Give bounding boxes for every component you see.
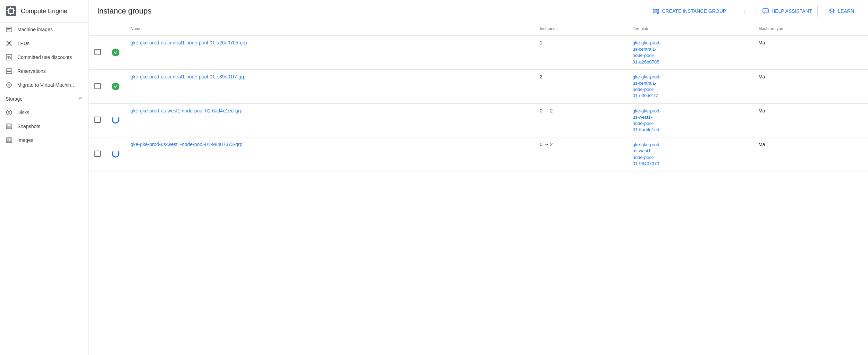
row1-template-link[interactable]: gke-gke-prod-us-central1-node-pool-01-a2… [633, 40, 747, 65]
table-row: gke-gke-prod-us-west1-node-pool-01-6ad4e… [89, 103, 868, 137]
col-status [106, 22, 125, 36]
row1-checkbox[interactable] [94, 49, 101, 55]
row4-template-cell: gke-gke-prod-us-west1-node-pool-01-98407… [627, 137, 753, 171]
table-row: gke-gke-prod-us-central1-node-pool-01-e3… [89, 69, 868, 103]
row3-machine-type-cell: Ma [753, 103, 868, 137]
sidebar-item-disks[interactable]: Disks [0, 105, 89, 119]
storage-section-header[interactable]: Storage [0, 92, 89, 105]
row3-name-cell: gke-gke-prod-us-west1-node-pool-01-6ad4e… [125, 103, 534, 137]
svg-text:%: % [7, 55, 11, 60]
sidebar-item-committed-use-discounts-label: Committed use discounts [17, 54, 72, 60]
storage-section-label: Storage [6, 96, 23, 102]
row3-instances-cell: 0 → 2 [534, 103, 627, 137]
row1-template-cell: gke-gke-prod-us-central1-node-pool-01-a2… [627, 36, 753, 70]
tpus-icon [6, 40, 12, 47]
row1-instances-count: 1 [540, 40, 542, 45]
row3-machine-type: Ma [758, 108, 765, 113]
row4-instances-count: 0 → 2 [540, 142, 553, 147]
learn-label: LEARN [838, 8, 854, 14]
disks-icon [6, 109, 12, 116]
table-row: gke-gke-prod-us-central1-node-pool-01-a2… [89, 36, 868, 70]
help-assistant-icon [762, 8, 769, 14]
sidebar-item-snapshots[interactable]: Snapshots [0, 119, 89, 133]
svg-rect-18 [9, 71, 11, 72]
row1-name-link[interactable]: gke-gke-prod-us-central1-node-pool-01-a2… [130, 40, 247, 45]
row4-checkbox[interactable] [94, 151, 101, 157]
sidebar-item-committed-use-discounts[interactable]: % Committed use discounts [0, 50, 89, 64]
row2-name-cell: gke-gke-prod-us-central1-node-pool-01-e3… [125, 69, 534, 103]
svg-rect-8 [7, 28, 11, 29]
row4-checkbox-cell [89, 137, 106, 171]
svg-point-34 [654, 10, 655, 11]
sidebar-item-migrate[interactable]: Migrate to Virtual Machin… [0, 78, 89, 92]
svg-rect-4 [14, 10, 15, 11]
svg-rect-41 [763, 9, 768, 13]
sidebar-item-migrate-label: Migrate to Virtual Machin… [17, 82, 76, 88]
sidebar-item-machine-images[interactable]: Machine images [0, 23, 89, 36]
migrate-icon [6, 82, 12, 88]
row2-name-link[interactable]: gke-gke-prod-us-central1-node-pool-01-e3… [130, 74, 246, 79]
row2-instances-count: 2 [540, 74, 542, 79]
row3-template-link[interactable]: gke-gke-prod-us-west1-node-pool-01-6ad4e… [633, 108, 747, 133]
svg-rect-15 [6, 69, 12, 74]
row2-machine-type-cell: Ma [753, 69, 868, 103]
top-bar: Instance groups CREATE INSTANCE GROUP ⋮ [89, 0, 868, 22]
col-instances: Instances [534, 22, 627, 36]
help-assistant-button[interactable]: HELP ASSISTANT [757, 5, 818, 17]
learn-icon [829, 8, 835, 14]
main-content: Instance groups CREATE INSTANCE GROUP ⋮ [89, 0, 868, 355]
more-options-icon: ⋮ [741, 7, 748, 15]
svg-rect-9 [7, 29, 10, 30]
svg-point-25 [7, 110, 12, 115]
row1-status-ok-icon [112, 49, 119, 56]
row4-instances-cell: 0 → 2 [534, 137, 627, 171]
row2-checkbox[interactable] [94, 83, 101, 89]
svg-rect-17 [7, 71, 9, 72]
images-icon [6, 137, 12, 144]
discounts-icon: % [6, 54, 12, 61]
app-title: Compute Engine [21, 8, 67, 15]
sidebar-item-tpus-label: TPUs [17, 41, 30, 46]
svg-rect-30 [6, 138, 12, 143]
page-title: Instance groups [97, 7, 152, 16]
row2-checkbox-cell [89, 69, 106, 103]
row4-machine-type: Ma [758, 142, 765, 147]
learn-button[interactable]: LEARN [823, 5, 860, 17]
sidebar-item-images[interactable]: Images [0, 133, 89, 147]
row4-name-link[interactable]: gke-gke-prod-us-west1-node-pool-01-98407… [130, 142, 242, 147]
row4-template-link[interactable]: gke-gke-prod-us-west1-node-pool-01-98407… [633, 142, 747, 167]
machine-images-icon [6, 26, 12, 33]
sidebar-item-snapshots-label: Snapshots [17, 124, 40, 129]
row4-machine-type-cell: Ma [753, 137, 868, 171]
more-options-button[interactable]: ⋮ [737, 4, 751, 18]
sidebar-item-reservations[interactable]: Reservations [0, 64, 89, 78]
row4-status-loading-icon [112, 150, 119, 158]
sidebar-header: Compute Engine [0, 0, 89, 23]
svg-point-29 [9, 126, 10, 127]
create-instance-group-label: CREATE INSTANCE GROUP [662, 8, 726, 14]
col-machine-type: Machine type [753, 22, 868, 36]
sidebar-item-images-label: Images [17, 137, 33, 143]
row3-instances-count: 0 → 2 [540, 108, 553, 113]
row3-template-cell: gke-gke-prod-us-west1-node-pool-01-6ad4e… [627, 103, 753, 137]
create-instance-group-button[interactable]: CREATE INSTANCE GROUP [647, 5, 732, 17]
row4-status-cell [106, 137, 125, 171]
table-row: gke-gke-prod-us-west1-node-pool-01-98407… [89, 137, 868, 171]
row2-template-link[interactable]: gke-gke-prod-us-central1-node-pool-01-e3… [633, 74, 747, 99]
row2-status-cell [106, 69, 125, 103]
sidebar-item-tpus[interactable]: TPUs [0, 36, 89, 50]
row2-template-cell: gke-gke-prod-us-central1-node-pool-01-e3… [627, 69, 753, 103]
compute-engine-icon [6, 6, 17, 17]
instance-groups-table: Name Instances Template Machine type [89, 22, 868, 171]
row4-name-cell: gke-gke-prod-us-west1-node-pool-01-98407… [125, 137, 534, 171]
row2-instances-cell: 2 [534, 69, 627, 103]
row2-machine-type: Ma [758, 74, 765, 79]
row1-name-cell: gke-gke-prod-us-central1-node-pool-01-a2… [125, 36, 534, 70]
row3-status-loading-icon [112, 116, 119, 124]
row3-name-link[interactable]: gke-gke-prod-us-west1-node-pool-01-6ad4e… [130, 108, 242, 113]
table-container: Name Instances Template Machine type [89, 22, 868, 355]
svg-point-26 [8, 112, 10, 113]
sidebar-item-machine-images-label: Machine images [17, 27, 53, 32]
row3-checkbox[interactable] [94, 117, 101, 123]
storage-section-chevron-up-icon [77, 95, 83, 102]
